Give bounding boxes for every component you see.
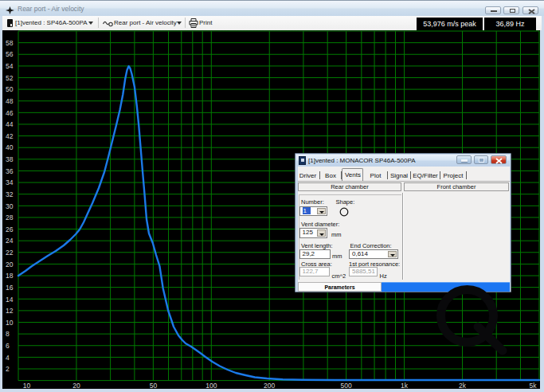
svg-text:1k: 1k xyxy=(401,382,409,389)
svg-text:30: 30 xyxy=(6,202,14,210)
svg-text:10: 10 xyxy=(23,382,31,389)
svg-text:36: 36 xyxy=(6,167,14,175)
svg-text:26: 26 xyxy=(6,225,14,233)
svg-text:16: 16 xyxy=(6,284,14,292)
svg-text:100: 100 xyxy=(205,382,217,389)
svg-text:54: 54 xyxy=(6,62,14,70)
svg-text:22: 22 xyxy=(6,249,14,257)
svg-text:34: 34 xyxy=(6,178,14,186)
svg-text:18: 18 xyxy=(6,272,14,280)
svg-text:10: 10 xyxy=(6,319,14,327)
svg-text:8: 8 xyxy=(6,330,10,338)
svg-text:14: 14 xyxy=(6,296,14,304)
svg-text:20: 20 xyxy=(72,382,80,389)
svg-text:20: 20 xyxy=(6,261,14,269)
svg-text:5k: 5k xyxy=(530,382,538,389)
svg-text:32: 32 xyxy=(6,190,14,198)
svg-text:40: 40 xyxy=(6,143,14,151)
svg-text:50: 50 xyxy=(150,382,158,389)
svg-text:500: 500 xyxy=(341,382,352,389)
svg-text:24: 24 xyxy=(6,237,14,245)
svg-text:200: 200 xyxy=(264,382,275,389)
svg-text:2k: 2k xyxy=(459,382,467,389)
svg-text:38: 38 xyxy=(6,155,14,163)
svg-text:48: 48 xyxy=(6,97,14,105)
svg-text:12: 12 xyxy=(6,307,14,315)
svg-text:44: 44 xyxy=(6,120,14,128)
svg-text:6: 6 xyxy=(6,342,10,350)
svg-text:52: 52 xyxy=(6,74,14,82)
svg-text:58: 58 xyxy=(6,39,14,47)
svg-text:2: 2 xyxy=(6,365,10,373)
svg-text:4: 4 xyxy=(6,354,10,362)
svg-text:56: 56 xyxy=(6,50,14,58)
svg-text:42: 42 xyxy=(6,132,14,140)
svg-text:46: 46 xyxy=(6,109,14,117)
svg-text:28: 28 xyxy=(6,214,14,221)
svg-text:50: 50 xyxy=(6,85,14,93)
